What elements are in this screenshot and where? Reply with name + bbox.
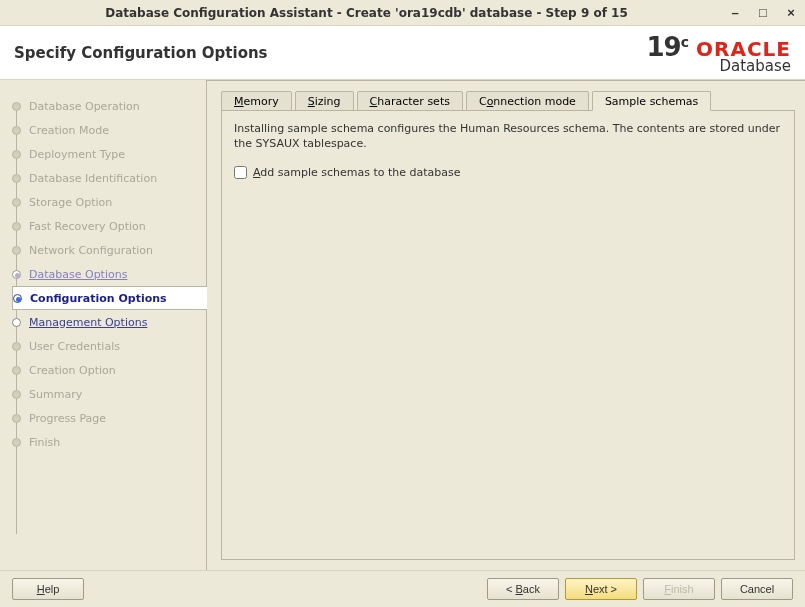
wizard-step-management-options[interactable]: Management Options xyxy=(12,310,206,334)
wizard-steps-sidebar: Database OperationCreation ModeDeploymen… xyxy=(0,80,206,570)
minimize-icon[interactable]: – xyxy=(727,5,743,20)
brand-product: Database xyxy=(719,59,791,74)
step-dot-icon xyxy=(12,390,21,399)
back-button[interactable]: < Back xyxy=(487,578,559,600)
step-dot-icon xyxy=(13,294,22,303)
step-label: Database Operation xyxy=(29,100,140,113)
step-dot-icon xyxy=(12,126,21,135)
window-controls: – □ × xyxy=(727,5,799,20)
wizard-step-storage-option: Storage Option xyxy=(12,190,206,214)
wizard-footer: Help < Back Next > Finish Cancel xyxy=(0,570,805,607)
step-dot-icon xyxy=(12,222,21,231)
step-label: Fast Recovery Option xyxy=(29,220,146,233)
add-sample-schemas-row[interactable]: Add sample schemas to the database xyxy=(234,166,782,179)
wizard-step-user-credentials: User Credentials xyxy=(12,334,206,358)
step-label: Summary xyxy=(29,388,82,401)
brand-logo: 19c ORACLE Database xyxy=(647,32,791,74)
close-icon[interactable]: × xyxy=(783,5,799,20)
wizard-step-creation-mode: Creation Mode xyxy=(12,118,206,142)
wizard-step-database-identification: Database Identification xyxy=(12,166,206,190)
wizard-step-database-operation: Database Operation xyxy=(12,94,206,118)
wizard-step-fast-recovery-option: Fast Recovery Option xyxy=(12,214,206,238)
wizard-step-deployment-type: Deployment Type xyxy=(12,142,206,166)
step-dot-icon xyxy=(12,174,21,183)
content-panel: MemorySizingCharacter setsConnection mod… xyxy=(206,80,805,570)
wizard-step-configuration-options: Configuration Options xyxy=(12,286,207,310)
step-label: Finish xyxy=(29,436,60,449)
step-label: Progress Page xyxy=(29,412,106,425)
cancel-button[interactable]: Cancel xyxy=(721,578,793,600)
step-dot-icon xyxy=(12,318,21,327)
step-dot-icon xyxy=(12,438,21,447)
step-dot-icon xyxy=(12,150,21,159)
brand-name: ORACLE Database xyxy=(696,39,791,74)
wizard-step-finish: Finish xyxy=(12,430,206,454)
step-dot-icon xyxy=(12,102,21,111)
step-dot-icon xyxy=(12,246,21,255)
step-label: Creation Mode xyxy=(29,124,109,137)
window-title: Database Configuration Assistant - Creat… xyxy=(6,6,727,20)
step-dot-icon xyxy=(12,198,21,207)
tab-connection-mode[interactable]: Connection mode xyxy=(466,91,589,111)
wizard-step-database-options[interactable]: Database Options xyxy=(12,262,206,286)
next-button[interactable]: Next > xyxy=(565,578,637,600)
wizard-step-progress-page: Progress Page xyxy=(12,406,206,430)
step-label: User Credentials xyxy=(29,340,120,353)
step-label: Database Identification xyxy=(29,172,157,185)
step-label: Database Options xyxy=(29,268,127,281)
step-dot-icon xyxy=(12,342,21,351)
schema-description: Installing sample schema configures the … xyxy=(234,121,782,152)
tab-bar: MemorySizingCharacter setsConnection mod… xyxy=(221,91,795,111)
step-label: Management Options xyxy=(29,316,147,329)
step-dot-icon xyxy=(12,270,21,279)
wizard-step-summary: Summary xyxy=(12,382,206,406)
window-titlebar: Database Configuration Assistant - Creat… xyxy=(0,0,805,26)
page-title: Specify Configuration Options xyxy=(14,44,268,62)
tab-memory[interactable]: Memory xyxy=(221,91,292,111)
step-dot-icon xyxy=(12,414,21,423)
wizard-step-network-configuration: Network Configuration xyxy=(12,238,206,262)
brand-version: 19c xyxy=(647,32,689,62)
tab-sizing[interactable]: Sizing xyxy=(295,91,354,111)
page-header: Specify Configuration Options 19c ORACLE… xyxy=(0,26,805,80)
maximize-icon[interactable]: □ xyxy=(755,5,771,20)
tab-pane-sample-schemas: Installing sample schema configures the … xyxy=(221,110,795,560)
add-sample-schemas-label: Add sample schemas to the database xyxy=(253,166,461,179)
add-sample-schemas-checkbox[interactable] xyxy=(234,166,247,179)
step-label: Network Configuration xyxy=(29,244,153,257)
step-label: Storage Option xyxy=(29,196,112,209)
brand-company: ORACLE xyxy=(696,39,791,59)
tab-character-sets[interactable]: Character sets xyxy=(357,91,463,111)
finish-button: Finish xyxy=(643,578,715,600)
help-button[interactable]: Help xyxy=(12,578,84,600)
step-label: Creation Option xyxy=(29,364,116,377)
step-label: Deployment Type xyxy=(29,148,125,161)
wizard-step-creation-option: Creation Option xyxy=(12,358,206,382)
tab-sample-schemas[interactable]: Sample schemas xyxy=(592,91,711,111)
step-dot-icon xyxy=(12,366,21,375)
main-area: Database OperationCreation ModeDeploymen… xyxy=(0,80,805,570)
step-label: Configuration Options xyxy=(30,292,167,305)
